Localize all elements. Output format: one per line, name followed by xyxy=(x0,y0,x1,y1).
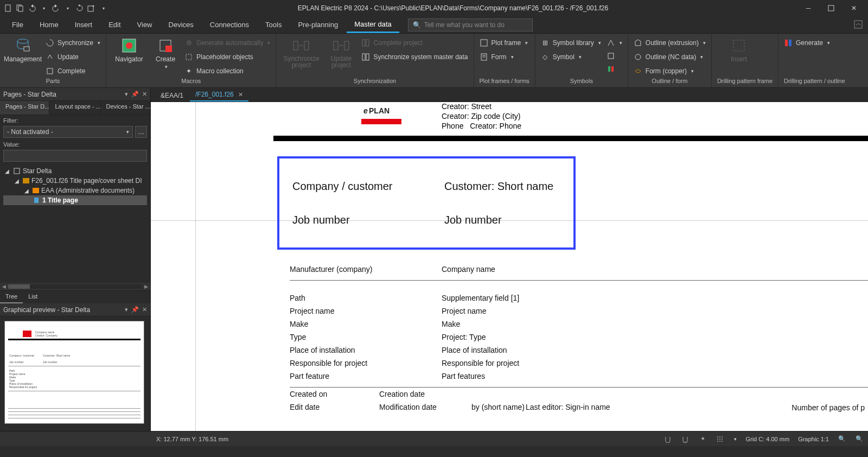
outline-extrusion-button[interactable]: Outline (extrusion)▾ xyxy=(634,37,706,49)
subtab-pages[interactable]: Pages - Star D... xyxy=(0,101,49,115)
symbol-extra3-icon xyxy=(607,65,615,73)
create-button[interactable]: Create▾ xyxy=(152,35,179,69)
close-button[interactable]: ✕ xyxy=(843,1,865,16)
close-tab-icon[interactable]: ✕ xyxy=(238,91,243,98)
eplan-logo: ePLAN xyxy=(361,105,401,125)
redo-dropdown-icon[interactable]: ▾ xyxy=(63,3,73,13)
collapse-ribbon-icon[interactable] xyxy=(854,20,864,30)
maximize-button[interactable] xyxy=(820,1,842,16)
management-button[interactable]: Management xyxy=(5,35,40,63)
complete-project-button[interactable]: Complete project xyxy=(361,37,468,49)
pages-tree[interactable]: ◢Star Delta ◢F26_001.f26 Title page/cove… xyxy=(0,164,150,283)
tab-list[interactable]: List xyxy=(23,291,43,303)
tree-root[interactable]: ◢Star Delta xyxy=(3,166,147,176)
tree-item-title-page[interactable]: 1 Title page xyxy=(3,195,147,205)
svg-point-29 xyxy=(635,54,641,60)
update-button[interactable]: Update xyxy=(46,51,100,63)
symbol-extra2[interactable] xyxy=(607,50,622,62)
zoom-in-icon[interactable]: 🔍 xyxy=(855,435,864,443)
svg-point-10 xyxy=(126,42,132,49)
subtab-devices[interactable]: Devices - Star ... xyxy=(101,101,150,115)
value-input[interactable] xyxy=(3,150,147,162)
menu-home[interactable]: Home xyxy=(32,17,66,32)
form-canvas[interactable]: ePLAN Creator: Street Creator: Zip code … xyxy=(151,102,868,431)
preview-pin-icon[interactable]: 📌 xyxy=(131,306,139,313)
menu-view[interactable]: View xyxy=(130,17,160,32)
form-button[interactable]: Form▾ xyxy=(480,51,528,63)
snap-icon2[interactable] xyxy=(681,435,690,443)
navigator-button[interactable]: Navigator xyxy=(112,35,146,63)
symbol-extra3[interactable] xyxy=(607,63,622,75)
collapse-icon[interactable]: ◢ xyxy=(23,187,30,194)
insert-drill-frame-button[interactable]: Insert xyxy=(717,35,761,63)
collapse-icon[interactable]: ◢ xyxy=(13,177,21,185)
menu-connections[interactable]: Connections xyxy=(202,17,257,32)
undo-dropdown-icon[interactable]: ▾ xyxy=(39,3,49,13)
tree-hscroll[interactable]: ◀ ▶ xyxy=(0,283,150,290)
tell-me-search[interactable]: 🔍 Tell me what you want to do xyxy=(408,18,533,31)
panel-close-icon[interactable]: ✕ xyxy=(142,91,147,98)
menu-masterdata[interactable]: Master data xyxy=(347,17,399,33)
plot-frame-button[interactable]: Plot frame▾ xyxy=(480,37,528,49)
redo-icon[interactable] xyxy=(51,3,61,13)
scroll-left-icon[interactable]: ◀ xyxy=(2,284,6,289)
collapse-icon[interactable]: ◢ xyxy=(3,167,11,175)
sync-project-button[interactable]: Synchronize project xyxy=(282,35,321,68)
symbol-library-button[interactable]: ⊞Symbol library▾ xyxy=(541,37,601,49)
placeholder-button[interactable]: Placeholder objects xyxy=(184,51,270,63)
svg-rect-27 xyxy=(608,66,610,72)
sync-master-button[interactable]: Synchronize system master data xyxy=(361,51,468,63)
refresh-icon[interactable] xyxy=(75,3,85,13)
outline-extrusion-icon xyxy=(634,39,642,47)
group-label-drill-frame: Drilling pattern frame xyxy=(717,78,773,87)
update-project-button[interactable]: Update project xyxy=(326,35,356,68)
preview-dropdown-icon[interactable]: ▾ xyxy=(125,306,128,313)
crosshair-icon[interactable]: ✦ xyxy=(698,435,707,443)
doctab-eaa1[interactable]: &EAA/1 xyxy=(155,90,189,101)
new-icon[interactable] xyxy=(3,3,13,13)
menu-edit[interactable]: Edit xyxy=(101,17,128,32)
menu-tools[interactable]: Tools xyxy=(258,17,289,32)
menu-devices[interactable]: Devices xyxy=(161,17,201,32)
copy-icon[interactable] xyxy=(15,3,25,13)
complete-icon xyxy=(46,67,54,75)
menu-insert[interactable]: Insert xyxy=(67,17,100,32)
qat-dropdown-icon[interactable]: ▾ xyxy=(99,3,108,13)
symbol-extra1[interactable]: ▾ xyxy=(607,37,622,49)
tree-item-eaa[interactable]: ◢EAA (Administrative documents) xyxy=(3,186,147,195)
menu-file[interactable]: File xyxy=(4,17,31,32)
scroll-thumb[interactable] xyxy=(8,284,30,289)
panel-pin-icon[interactable]: 📌 xyxy=(131,91,139,98)
complete-button[interactable]: Complete xyxy=(46,65,100,77)
gen-auto-button[interactable]: ⚙Generate automatically▾ xyxy=(184,37,270,49)
preview-canvas[interactable]: Company name Creator: Company Company / … xyxy=(4,321,144,424)
grid-icon[interactable] xyxy=(716,435,724,443)
menu-preplanning[interactable]: Pre-planning xyxy=(290,17,346,32)
svg-rect-34 xyxy=(34,198,39,203)
scroll-right-icon[interactable]: ▶ xyxy=(144,284,148,289)
export-icon[interactable] xyxy=(87,3,97,13)
snap-icon1[interactable] xyxy=(663,435,672,443)
tree-item-f26[interactable]: ◢F26_001.f26 Title page/cover sheet DI xyxy=(3,176,147,186)
blue-selection-box[interactable]: Company / customer Customer: Short name … xyxy=(277,156,576,250)
filter-more-button[interactable]: … xyxy=(135,126,147,138)
symbol-button[interactable]: ◇Symbol▾ xyxy=(541,51,601,63)
outline-nc-button[interactable]: Outline (NC data)▾ xyxy=(634,51,706,63)
scroll-track[interactable] xyxy=(8,284,142,289)
grid-dropdown-icon[interactable]: ▾ xyxy=(734,436,737,442)
panel-dropdown-icon[interactable]: ▾ xyxy=(125,91,128,98)
pages-panel-title: Pages - Star Delta xyxy=(3,91,56,98)
subtab-layout[interactable]: Layout space - ... xyxy=(49,101,100,115)
undo-icon[interactable] xyxy=(27,3,37,13)
form-copper-button[interactable]: Form (copper)▾ xyxy=(634,65,706,77)
zoom-out-icon[interactable]: 🔍 xyxy=(838,435,846,443)
tab-tree[interactable]: Tree xyxy=(0,291,23,303)
doctab-f26[interactable]: /F26_001.f26✕ xyxy=(190,88,248,101)
filter-select[interactable]: - Not activated -▾ xyxy=(3,126,133,138)
macro-coll-button[interactable]: ✦Macro collection xyxy=(184,65,270,77)
generate-button[interactable]: Generate▾ xyxy=(784,35,830,47)
status-coords: X: 12.77 mm Y: 176.51 mm xyxy=(156,436,228,442)
synchronize-button[interactable]: Synchronize▾ xyxy=(46,37,100,49)
preview-close-icon[interactable]: ✕ xyxy=(142,306,147,313)
minimize-button[interactable]: ─ xyxy=(797,1,819,16)
